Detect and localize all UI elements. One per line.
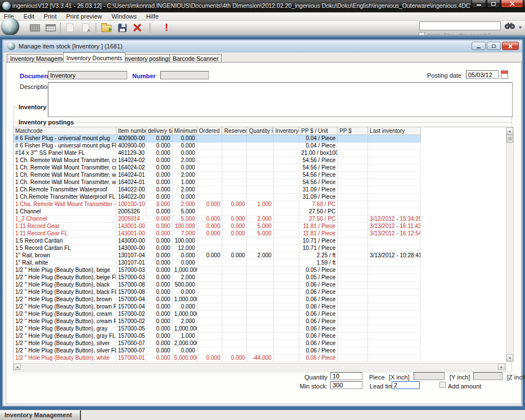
table-row[interactable]: 1:11 Record Gear143001-000.000100.0000.0… (14, 223, 421, 230)
column-header[interactable]: Ordered (198, 127, 223, 135)
inner-close-button[interactable] (502, 42, 519, 50)
table-row[interactable]: 1 Ch. Remote Wall Mount Transmitter, whi… (14, 172, 421, 179)
import-button[interactable]: ▼ (100, 21, 113, 34)
table-cell: 164022-00 (116, 194, 146, 201)
tab-barcode-scanner[interactable]: Barcode Scanner (169, 54, 222, 62)
table-row[interactable]: 1/2 '' Hole Plug (Beauty Button), brown … (14, 303, 421, 311)
delete-button[interactable] (131, 21, 144, 34)
calendar-button[interactable] (501, 70, 508, 79)
table-cell: 3/12/2012 - 15:34:25 (368, 216, 421, 223)
column-header[interactable]: Matchcode (14, 127, 116, 135)
column-header[interactable]: Inventory (273, 127, 299, 135)
column-header[interactable]: Last inventory (368, 127, 421, 135)
grid-view-button[interactable] (28, 21, 42, 34)
column-header[interactable]: Minimum (173, 127, 198, 135)
table-cell: 0.06 / Piece (299, 347, 338, 355)
quantity-field[interactable] (330, 372, 362, 380)
maximize-button[interactable] (487, 0, 500, 8)
document-field[interactable] (48, 71, 127, 79)
posting-date-field[interactable] (466, 70, 499, 79)
minimize-button[interactable] (472, 0, 486, 8)
scroll-down-button[interactable]: ▼ (506, 354, 513, 361)
min-stock-field[interactable] (330, 381, 362, 389)
menu-hilfe[interactable]: Hilfe (142, 12, 163, 21)
table-row[interactable]: 1 Ch. Remote Wall Mount Transmitter, cre… (14, 157, 421, 164)
table-row[interactable]: 1'' Rail, white130107-010.0000.0001.59 /… (14, 260, 421, 267)
table-row[interactable]: 1:5 Record Cardan143000-000.000100.00010… (14, 238, 421, 245)
table-row[interactable]: 1:5 Record Cardan FL143000-000.00012.000… (14, 245, 421, 252)
table-cell: 7.60 / PC (299, 201, 338, 208)
table-row[interactable]: 1/2 '' Hole Plug (Beauty Button), white1… (14, 355, 421, 362)
tab-inventory-postings[interactable]: Inventory postings (120, 54, 174, 62)
vertical-scroll-thumb[interactable] (506, 135, 513, 143)
table-cell (198, 179, 223, 186)
table-row[interactable]: 1/2 '' Hole Plug (Beauty Button), cream … (14, 318, 421, 325)
table-row[interactable]: #14 x 3"" SS Panel Mate FL461129-300.000… (14, 150, 421, 157)
column-header[interactable]: PP $ (338, 127, 368, 135)
menu-windows[interactable]: Windows (107, 12, 141, 21)
table-row[interactable]: 1 Ch. Remote Wall Mount Transmitter, whi… (14, 179, 421, 186)
menu-edit[interactable]: Edit (20, 12, 38, 21)
search-input[interactable] (419, 21, 501, 30)
table-row[interactable]: 1/2 '' Hole Plug (Beauty Button), beige1… (14, 267, 421, 274)
vertical-scrollbar[interactable]: ▲ ▼ (506, 127, 514, 362)
column-header[interactable]: Reserved (222, 127, 247, 135)
table-row[interactable]: 1 Cha. Remote Wall Mount Transmitter - c… (14, 201, 421, 208)
horizontal-scrollbar[interactable]: ◄ ► (13, 363, 506, 370)
select-record-button[interactable]: ➤ (79, 21, 92, 34)
table-row[interactable]: # 6 Fisher Plug - universal mount plug F… (14, 142, 421, 150)
table-row[interactable]: 1 Ch.Remote Transmitter Waterproof164022… (14, 186, 421, 194)
table-row[interactable]: 1/2 '' Hole Plug (Beauty Button), gray F… (14, 333, 421, 340)
table-row[interactable]: 1:11 Record Gear FL143001-000.0007.0000.… (14, 230, 421, 238)
grid-icon (30, 24, 40, 32)
column-header[interactable]: PP $ / Unit (299, 127, 338, 135)
table-row[interactable]: 1/2 '' Hole Plug (Beauty Button), silver… (14, 347, 421, 355)
column-header[interactable]: Quantity in (247, 127, 273, 135)
alert-button[interactable]: ! (160, 21, 173, 34)
table-row[interactable]: 1/2 '' Hole Plug (Beauty Button), beige … (14, 274, 421, 282)
table-cell (368, 274, 421, 282)
table-cell (273, 164, 299, 172)
save-button[interactable] (115, 21, 129, 34)
column-header[interactable]: delivery tim (146, 127, 173, 135)
scroll-right-button[interactable]: ► (498, 364, 505, 370)
table-row[interactable]: 1/2 '' Hole Plug (Beauty Button), black … (14, 289, 421, 296)
datasheet-button[interactable] (44, 21, 57, 34)
add-amount-checkbox[interactable] (439, 382, 446, 388)
table-row[interactable]: 1/2 '' Hole Plug (Beauty Button), silver… (14, 340, 421, 347)
description-field[interactable] (48, 82, 513, 117)
table-row[interactable]: 1 Ch.Remote Transmitter Waterproof FL164… (14, 194, 421, 201)
table-row[interactable]: 1 Ch. Remote Wall Mount Transmitter, cre… (14, 164, 421, 172)
search-binoculars-button[interactable] (504, 22, 515, 32)
scroll-up-button[interactable]: ▲ (506, 127, 513, 135)
table-cell (247, 208, 273, 216)
table-cell: 31.09 / Piece (299, 194, 338, 201)
table-cell (247, 238, 273, 245)
column-header[interactable]: Item number (116, 127, 146, 135)
table-row[interactable]: 1/2 '' Hole Plug (Beauty Button), brown1… (14, 296, 421, 303)
search-dropdown-arrow-icon[interactable]: ▼ (518, 25, 522, 29)
table-row[interactable]: 1/2 '' Hole Plug (Beauty Button), black1… (14, 282, 421, 289)
table-row[interactable]: 1/2 '' Hole Plug (Beauty Button), gray15… (14, 325, 421, 333)
lead-time-field[interactable] (392, 381, 420, 389)
table-cell (198, 296, 223, 303)
tab-inventory-documents[interactable]: Inventory Documents (63, 52, 125, 62)
table-row[interactable]: 1'' Rail, brown130107-040.0000.0000.0000… (14, 252, 421, 260)
number-field[interactable] (160, 71, 209, 79)
taskbar-inventory-management[interactable]: Inventory Management (0, 410, 81, 420)
menu-print[interactable]: Print (40, 12, 61, 21)
table-row[interactable]: 1/2 '' Hole Plug (Beauty Button), cream1… (14, 311, 421, 318)
table-cell (338, 311, 368, 318)
inner-minimize-button[interactable] (472, 42, 486, 50)
table-row[interactable]: 1 Channel20053260.0005.00027.50 / PC (14, 208, 421, 216)
menu-print-preview[interactable]: Print preview (62, 12, 106, 21)
scroll-left-button[interactable]: ◄ (14, 364, 21, 370)
inner-restore-button[interactable] (487, 42, 501, 50)
new-record-button[interactable] (63, 21, 77, 34)
inner-titlebar[interactable]: Manage item stock [Inventory ] (1681) (3, 41, 522, 52)
table-cell (338, 194, 368, 201)
table-row[interactable]: 1_2 Channel20059140.0005.0000.0000.0002.… (14, 216, 421, 223)
close-button[interactable] (501, 0, 523, 8)
table-cell (338, 252, 368, 260)
table-row[interactable]: # 6 Fisher Plug - universal mount plug40… (14, 135, 421, 142)
